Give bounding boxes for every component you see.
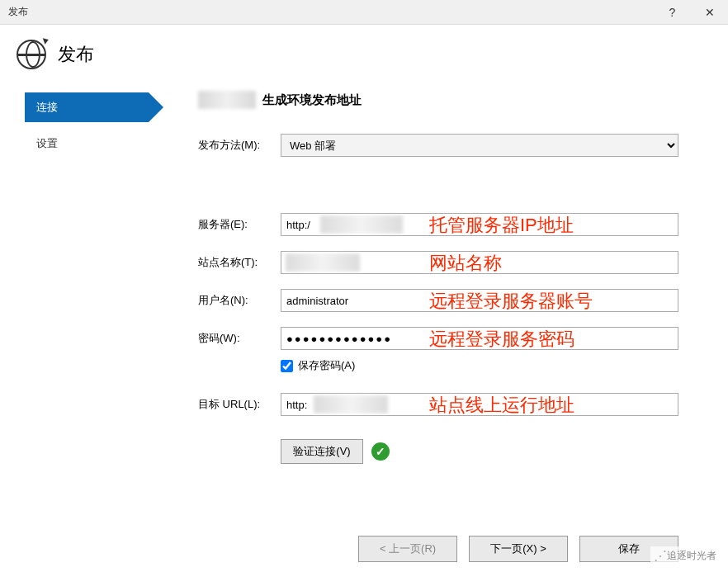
label-site: 站点名称(T): bbox=[198, 255, 281, 270]
row-publish-method: 发布方法(M): Web 部署 bbox=[198, 134, 678, 157]
sidebar-item-label: 设置 bbox=[36, 137, 58, 149]
label-save-pass: 保存密码(A) bbox=[298, 358, 355, 373]
profile-title-suffix: 生成环境发布地址 bbox=[262, 92, 362, 108]
close-button[interactable]: ✕ bbox=[691, 0, 728, 25]
row-site: 站点名称(T): 网站名称 bbox=[198, 251, 678, 274]
label-pass: 密码(W): bbox=[198, 331, 281, 346]
save-pass-checkbox[interactable] bbox=[281, 360, 293, 372]
user-input[interactable] bbox=[281, 289, 678, 312]
sidebar-item-connection[interactable]: 连接 bbox=[25, 92, 149, 122]
watermark: ⋰ 追逐时光者 bbox=[650, 546, 720, 565]
validate-button[interactable]: 验证连接(V) bbox=[281, 439, 363, 464]
content-panel: 生成环境发布地址 发布方法(M): Web 部署 服务器(E): 托管服务器IP… bbox=[165, 84, 728, 530]
sidebar: 连接 设置 bbox=[0, 84, 165, 530]
label-user: 用户名(N): bbox=[198, 293, 281, 308]
row-pass: 密码(W): 远程登录服务密码 bbox=[198, 327, 678, 350]
watermark-text: 追逐时光者 bbox=[667, 549, 716, 563]
sidebar-item-settings[interactable]: 设置 bbox=[25, 129, 165, 158]
site-input[interactable] bbox=[281, 251, 678, 274]
publish-method-select[interactable]: Web 部署 bbox=[281, 134, 678, 157]
row-save-pass: 保存密码(A) bbox=[281, 358, 678, 373]
profile-title: 生成环境发布地址 bbox=[198, 91, 678, 109]
dialog-body: 连接 设置 生成环境发布地址 发布方法(M): Web 部署 服务器(E): bbox=[0, 84, 728, 530]
sidebar-item-label: 连接 bbox=[36, 101, 58, 113]
row-server: 服务器(E): 托管服务器IP地址 bbox=[198, 213, 678, 236]
dest-input[interactable] bbox=[281, 393, 678, 416]
window-title: 发布 bbox=[8, 5, 654, 19]
row-user: 用户名(N): 远程登录服务器账号 bbox=[198, 289, 678, 312]
close-icon: ✕ bbox=[705, 6, 715, 19]
label-publish-method: 发布方法(M): bbox=[198, 138, 281, 153]
check-icon: ✓ bbox=[371, 442, 390, 461]
globe-icon bbox=[17, 40, 46, 69]
label-dest: 目标 URL(L): bbox=[198, 397, 281, 412]
row-dest: 目标 URL(L): 站点线上运行地址 bbox=[198, 393, 678, 416]
dialog-footer: < 上一页(R) 下一页(X) > 保存 bbox=[0, 536, 728, 562]
dialog-header: 发布 bbox=[0, 25, 728, 84]
server-input[interactable] bbox=[281, 213, 678, 236]
titlebar: 发布 ? ✕ bbox=[0, 0, 728, 25]
pass-input[interactable] bbox=[281, 327, 678, 350]
label-server: 服务器(E): bbox=[198, 217, 281, 232]
next-button[interactable]: 下一页(X) > bbox=[469, 536, 568, 562]
dialog-title: 发布 bbox=[58, 42, 94, 67]
help-button[interactable]: ? bbox=[654, 0, 691, 25]
profile-name-redacted bbox=[198, 91, 256, 109]
prev-button[interactable]: < 上一页(R) bbox=[358, 536, 457, 562]
help-icon: ? bbox=[669, 6, 676, 19]
wechat-icon: ⋰ bbox=[654, 548, 664, 564]
globe-arrow-icon bbox=[43, 36, 50, 45]
row-validate: 验证连接(V) ✓ bbox=[281, 439, 678, 464]
